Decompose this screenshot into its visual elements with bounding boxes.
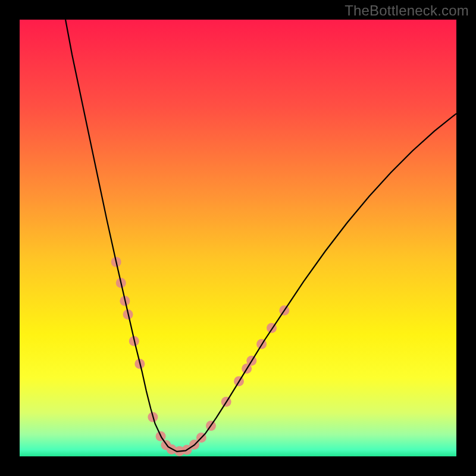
- watermark-text: TheBottleneck.com: [345, 2, 469, 19]
- outer-frame: TheBottleneck.com: [0, 0, 476, 476]
- chart-plot: [20, 20, 456, 456]
- chart-background: [20, 20, 456, 456]
